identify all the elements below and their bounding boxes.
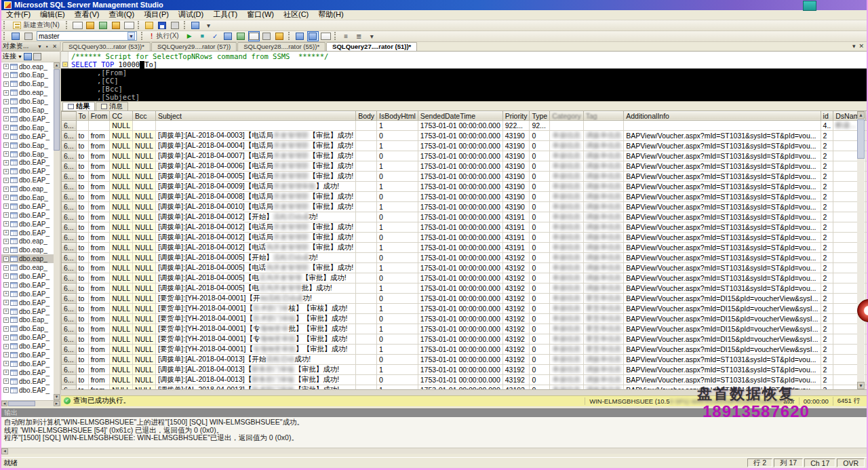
expand-icon[interactable]: + xyxy=(3,116,9,121)
grid-cell-censored[interactable]: 调拨单信息 xyxy=(583,151,624,161)
new-document-button[interactable] xyxy=(72,20,83,31)
tree-item[interactable]: +dbo.eap_ xyxy=(1,237,60,246)
grid-cell[interactable]: 2 xyxy=(821,364,833,374)
table-row[interactable]: 6...tofromNULLNULL[调拨单]:[AL-2018-04-0013… xyxy=(62,354,867,364)
grid-cell-censored[interactable]: 单据信息 xyxy=(550,181,584,191)
grid-cell[interactable]: to xyxy=(76,242,88,252)
pin-icon[interactable]: ▪ xyxy=(43,43,51,50)
grid-cell[interactable]: to xyxy=(76,283,88,293)
grid-cell-censored[interactable]: 单据信息 xyxy=(550,191,584,201)
grid-cell[interactable]: 0 xyxy=(530,334,550,344)
row-header-cell[interactable]: 6... xyxy=(62,344,77,354)
grid-cell-censored[interactable]: 单据信息 xyxy=(550,313,584,324)
combobox-dropdown-icon[interactable]: ▼ xyxy=(127,32,135,40)
row-header-cell[interactable]: 6... xyxy=(62,201,77,212)
grid-cell[interactable]: 43190 xyxy=(502,130,530,140)
grid-cell[interactable]: NULL xyxy=(133,140,156,151)
grid-cell[interactable]: NULL xyxy=(866,232,867,242)
grid-cell[interactable]: NULL xyxy=(866,334,867,344)
cancel-query-button[interactable]: ■ xyxy=(197,31,208,41)
grid-cell[interactable]: 2 xyxy=(821,232,833,242)
grid-cell[interactable]: 2 xyxy=(821,242,833,252)
row-header-cell[interactable]: 6... xyxy=(62,374,77,385)
expand-icon[interactable]: + xyxy=(3,151,9,157)
grid-cell[interactable]: BAPView/Voucher.aspx?mId=ST1031&sysId=ST… xyxy=(624,181,821,191)
row-header-cell[interactable]: 6... xyxy=(62,303,77,313)
grid-cell-censored[interactable]: 调拨单信息 xyxy=(583,191,624,201)
grid-cell[interactable]: NULL xyxy=(866,120,867,130)
grid-cell-censored[interactable]: 单据信息 xyxy=(550,130,584,140)
tree-item[interactable]: +dbo.EAP_ xyxy=(1,386,60,395)
grid-cell[interactable] xyxy=(356,232,377,242)
table-row[interactable]: 6...tofromNULLNULL[要货单]:[YH-2018-04-0001… xyxy=(62,324,867,334)
grid-cell[interactable]: 43192 xyxy=(502,334,530,344)
row-header-cell[interactable]: 6... xyxy=(62,171,77,181)
grid-cell-censored[interactable] xyxy=(550,120,584,130)
grid-cell[interactable]: 0 xyxy=(530,252,550,262)
tree-item[interactable]: +dbo.eap_ xyxy=(1,62,60,71)
panel-menu-icon[interactable]: ▾ xyxy=(36,43,43,50)
grid-cell[interactable]: NULL xyxy=(866,364,867,374)
row-header-cell[interactable]: 6... xyxy=(62,120,77,130)
grid-header-cell[interactable]: Subject xyxy=(155,111,355,120)
tree-item[interactable]: +dbo.EAP_ xyxy=(1,351,60,359)
grid-cell[interactable]: 2 xyxy=(821,354,833,364)
grid-cell[interactable]: 43192 xyxy=(502,313,530,324)
grid-cell-censored[interactable]: 单据信息 xyxy=(550,242,584,252)
grid-cell[interactable]: NULL xyxy=(133,324,156,334)
grid-cell[interactable]: from xyxy=(88,171,110,181)
grid-cell[interactable]: 1753-01-01 00:00:00.000 xyxy=(418,385,502,389)
grid-cell[interactable]: NULL xyxy=(110,252,133,262)
grid-cell-subject[interactable]: [调拨单]:[AL-2018-04-0005]【电话局开发管理部【审批】成功! xyxy=(155,262,355,273)
scroll-left-icon[interactable]: ◄ xyxy=(1,448,8,454)
grid-cell-subject[interactable]: [调拨单]:[AL-2018-04-0012]【电话局开发管理部【审批】成功! xyxy=(155,242,355,252)
grid-cell[interactable]: 2 xyxy=(821,140,833,151)
grid-cell[interactable]: to xyxy=(76,252,88,262)
row-header-cell[interactable]: 6... xyxy=(62,191,77,201)
expand-icon[interactable]: + xyxy=(3,387,9,393)
grid-cell[interactable]: 1753-01-01 00:00:00.000 xyxy=(418,212,502,222)
grid-cell[interactable]: 43192 xyxy=(502,262,530,273)
grid-cell-censored[interactable]: 调拨单信息 xyxy=(583,385,624,389)
expand-icon[interactable]: + xyxy=(3,125,9,130)
title-bar[interactable]: Microsoft SQL Server Management Studio xyxy=(1,0,867,10)
grid-cell[interactable]: 0 xyxy=(530,212,550,222)
grid-cell[interactable] xyxy=(356,252,377,262)
expand-icon[interactable]: + xyxy=(3,134,9,139)
grid-cell-censored[interactable]: 调拨单信息 xyxy=(583,232,624,242)
grid-cell-censored[interactable]: 调拨单信息 xyxy=(583,171,624,181)
grid-cell[interactable]: from xyxy=(88,191,110,201)
uncomment-button[interactable] xyxy=(307,31,319,41)
grid-cell-censored[interactable]: 调拨单信息 xyxy=(583,252,624,262)
expand-icon[interactable]: + xyxy=(3,81,9,87)
expand-icon[interactable]: + xyxy=(3,326,9,332)
grid-cell[interactable]: 0 xyxy=(377,212,418,222)
grid-cell[interactable]: 0 xyxy=(530,171,550,181)
grid-cell[interactable]: from xyxy=(88,232,110,242)
tree-item[interactable]: +dbo.Eap_ xyxy=(1,324,60,333)
grid-cell-subject[interactable]: [要货单]:[YH-2018-04-0001]【专项物资审批】【审批】成功! xyxy=(155,324,355,334)
grid-cell[interactable]: 0 xyxy=(377,232,418,242)
grid-cell[interactable]: NULL xyxy=(110,201,133,212)
grid-cell[interactable]: 1 xyxy=(377,120,418,130)
new-query-button[interactable]: 新建查询(N) xyxy=(9,20,63,31)
close-icon[interactable]: ✕ xyxy=(51,43,58,50)
tree-item[interactable]: +dbo.Eap_ xyxy=(1,71,60,80)
grid-cell[interactable]: from xyxy=(88,130,110,140)
menu-item[interactable]: 编辑(E) xyxy=(35,9,70,20)
grid-cell-censored[interactable]: 调拨单信息 xyxy=(583,273,624,283)
grid-cell-subject[interactable]: [调拨单]:[AL-2018-04-0003]【电话局开发管理部【审批】成功! xyxy=(155,130,355,140)
row-header-cell[interactable]: 6... xyxy=(62,354,77,364)
grid-cell[interactable] xyxy=(356,201,377,212)
grid-cell[interactable]: from xyxy=(88,252,110,262)
grid-cell[interactable]: NULL xyxy=(110,344,133,354)
row-header-cell[interactable]: 6... xyxy=(62,283,77,293)
grid-cell[interactable]: 0 xyxy=(530,303,550,313)
grid-cell[interactable]: 92... xyxy=(530,120,550,130)
grid-cell[interactable]: 1753-01-01 00:00:00.000 xyxy=(418,374,502,385)
grid-cell[interactable]: 1 xyxy=(377,140,418,151)
grid-vertical-scrollbar[interactable]: ▲ ▼ xyxy=(857,111,865,389)
grid-cell[interactable]: NULL xyxy=(866,201,867,212)
debug-button[interactable]: ▶ xyxy=(184,31,195,41)
grid-header-cell[interactable]: CC xyxy=(110,111,133,120)
